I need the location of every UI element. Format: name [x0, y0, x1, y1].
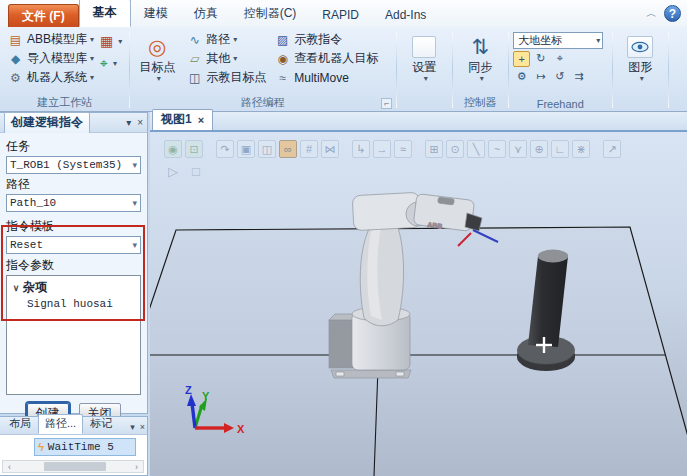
dropdown-icon: ▾ — [424, 74, 428, 83]
jog-icon[interactable]: ⌖ — [551, 51, 568, 67]
other-button[interactable]: ▱ 其他 ▾ — [184, 49, 268, 68]
stop-icon[interactable]: □ — [187, 163, 205, 181]
task-value: T_ROB1 (System35) — [10, 159, 122, 171]
view-robot-target-icon: ◉ — [274, 52, 291, 66]
snap-cross-icon[interactable]: ⋇ — [572, 140, 590, 158]
instruction-bolt-icon: ϟ — [38, 441, 44, 453]
tab-controller[interactable]: 控制器(C) — [231, 1, 310, 27]
chevron-down-icon: ▾ — [132, 160, 137, 170]
move-along-icon[interactable]: → — [373, 140, 391, 158]
horizontal-scrollbar[interactable]: ‹ › — [2, 460, 144, 473]
view-robot-target-label: 查看机器人目标 — [294, 50, 378, 67]
teach-instruction-button[interactable]: ▨ 示教指令 — [272, 30, 380, 49]
multirobot-jog-icon[interactable]: ⇉ — [570, 69, 587, 85]
panel-menu-icon[interactable]: ▾ — [130, 422, 135, 432]
teach-target-icon: ◫ — [186, 71, 203, 85]
tab-layout[interactable]: 布局 — [2, 414, 38, 434]
browser-panel: 布局 路径... 标记 ▾ × ϟ WaitTime 5 ‹ › — [0, 416, 148, 476]
snap-center-icon[interactable]: ⊙ — [446, 140, 464, 158]
move-icon[interactable]: + — [513, 51, 530, 67]
snap-end-icon[interactable]: ~ — [488, 140, 506, 158]
chevron-down-icon: ▾ — [132, 198, 137, 208]
jump-to-icon[interactable]: ↳ — [352, 140, 370, 158]
surface-tool-icon[interactable]: ▣ — [237, 140, 255, 158]
curve-tool-icon[interactable]: ↷ — [216, 140, 234, 158]
group-separator — [508, 32, 509, 108]
scroll-left-icon[interactable]: ‹ — [3, 462, 16, 472]
snap-mid-icon[interactable]: ⋎ — [509, 140, 527, 158]
expander-icon[interactable]: ∨ — [9, 283, 23, 293]
view-mode-icon[interactable]: ∞ — [279, 140, 297, 158]
snap-grid-icon[interactable]: ⊞ — [425, 140, 443, 158]
multimove-button[interactable]: ≈ MultiMove — [272, 68, 380, 87]
teach-target-button[interactable]: ◫ 示教目标点 — [184, 68, 268, 87]
import-geometry-button[interactable]: ▦ ▾ — [98, 30, 124, 52]
panel-close-icon[interactable]: × — [137, 117, 143, 128]
panel-close-icon[interactable]: × — [140, 422, 145, 432]
view1-tab[interactable]: 视图1 × — [152, 109, 213, 130]
tab-modeling[interactable]: 建模 — [131, 1, 181, 27]
dialog-launcher-icon[interactable]: ⌐ — [381, 98, 392, 109]
other-label: 其他 — [206, 50, 230, 67]
capture-view-icon[interactable]: ◉ — [164, 140, 182, 158]
tab-home[interactable]: 基本 — [79, 0, 131, 27]
reorient-icon[interactable]: ↺ — [551, 69, 568, 85]
robot-system-button[interactable]: ⚙ 机器人系统 ▾ — [5, 68, 96, 87]
path-select[interactable]: Path_10 ▾ — [6, 194, 141, 212]
dropdown-icon: ▾ — [118, 37, 122, 46]
robotstudio-window: 文件 (F) 基本 建模 仿真 控制器(C) RAPID Add-Ins ︿ ?… — [0, 0, 687, 476]
rotate-icon[interactable]: ↻ — [532, 51, 549, 67]
dropdown-icon: ▾ — [90, 73, 94, 82]
solid-tool-icon[interactable]: ◫ — [258, 140, 276, 158]
view1-tab-label: 视图1 — [161, 111, 192, 128]
waittime-item[interactable]: ϟ WaitTime 5 — [34, 438, 136, 456]
freehand-row1: +↻⌖ — [513, 51, 607, 67]
target-point-button[interactable]: ◎ 目标点 ▾ — [134, 30, 180, 87]
scroll-right-icon[interactable]: › — [130, 462, 143, 472]
viewport-3d[interactable]: ◉⊡↷▣◫∞#⋈↳→≈⊞⊙╲~⋎⊕∟⋇↗ ▷□ — [150, 132, 687, 476]
settings-button[interactable]: 设置 ▾ — [401, 30, 447, 83]
tab-simulation[interactable]: 仿真 — [181, 1, 231, 27]
browser-tabs: 布局 路径... 标记 ▾ × — [0, 417, 147, 435]
tab-rapid[interactable]: RAPID — [309, 4, 372, 27]
toolbar-separator — [342, 140, 349, 158]
tab-tags[interactable]: 标记 — [83, 414, 119, 434]
frame-icon: ⌖ — [100, 55, 108, 72]
import-library-button[interactable]: ◆ 导入模型库 ▾ — [5, 49, 96, 68]
abb-library-icon: ▤ — [7, 33, 24, 47]
tree-node-misc[interactable]: ∨ 杂项 — [7, 278, 140, 297]
measure-icon[interactable]: ↗ — [603, 140, 621, 158]
settings-icon — [412, 33, 436, 61]
jog-linear-icon[interactable]: ↦ — [532, 69, 549, 85]
play-icon[interactable]: ▷ — [164, 163, 182, 181]
multimove-tool-icon[interactable]: ⋈ — [321, 140, 339, 158]
instruction-template-label: 指令模板 — [6, 218, 141, 235]
instruction-template-select[interactable]: Reset ▾ — [6, 236, 141, 254]
path-tool-icon[interactable]: ≈ — [394, 140, 412, 158]
fit-all-icon[interactable]: ⊡ — [185, 140, 203, 158]
jog-joint-icon[interactable]: ⚙ — [513, 69, 530, 85]
tab-addins[interactable]: Add-Ins — [372, 4, 439, 27]
tab-paths[interactable]: 路径... — [38, 414, 83, 434]
sync-button[interactable]: ⇅ 同步 ▾ — [457, 30, 503, 83]
path-button[interactable]: ∿ 路径 ▾ — [184, 30, 268, 49]
view1-close-icon[interactable]: × — [198, 114, 204, 126]
snap-angle-icon[interactable]: ∟ — [551, 140, 569, 158]
collapse-ribbon-icon[interactable]: ︿ — [646, 6, 657, 21]
dropdown-icon: ▾ — [113, 59, 117, 68]
tab-file[interactable]: 文件 (F) — [8, 4, 79, 27]
teach-target-icon[interactable]: # — [300, 140, 318, 158]
panel-menu-icon[interactable]: ▾ — [126, 117, 131, 128]
view-robot-target-button[interactable]: ◉ 查看机器人目标 — [272, 49, 380, 68]
target-point-icon: ◎ — [148, 33, 166, 61]
tree-item-signal[interactable]: Signal huosai — [7, 297, 140, 311]
graphics-button[interactable]: 图形 ▾ — [617, 30, 663, 83]
coordinate-system-select[interactable]: 大地坐标 ▾ — [513, 32, 603, 49]
snap-origin-icon[interactable]: ⊕ — [530, 140, 548, 158]
abb-library-button[interactable]: ▤ ABB模型库 ▾ — [5, 30, 96, 49]
scrollbar-thumb[interactable] — [44, 462, 106, 471]
task-select[interactable]: T_ROB1 (System35) ▾ — [6, 156, 141, 174]
frame-button[interactable]: ⌖ ▾ — [98, 52, 124, 74]
snap-line-icon[interactable]: ╲ — [467, 140, 485, 158]
help-icon[interactable]: ? — [664, 5, 681, 22]
